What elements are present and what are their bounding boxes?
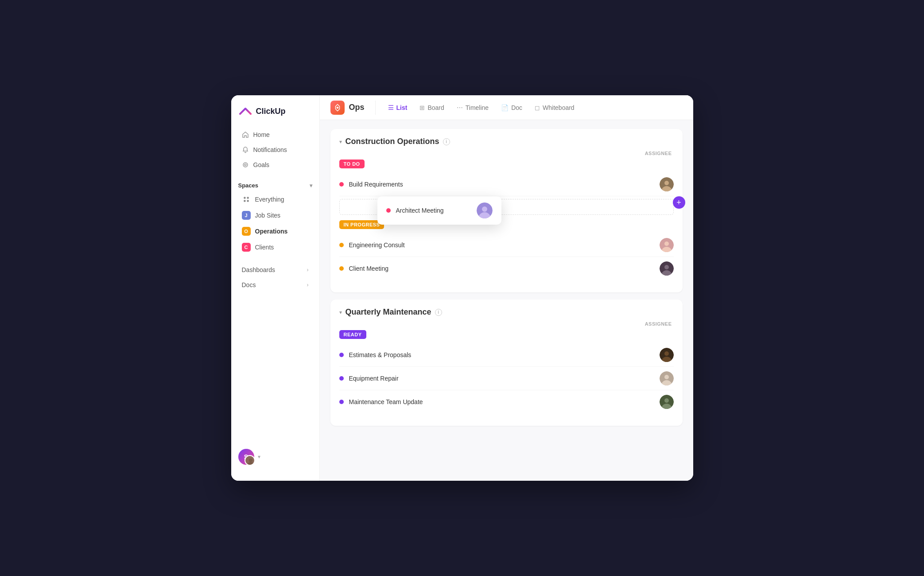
user-photo xyxy=(245,455,255,466)
assignee-avatar xyxy=(660,371,674,385)
svg-point-0 xyxy=(243,163,248,167)
svg-point-18 xyxy=(664,375,669,379)
table-row[interactable]: Client Meeting xyxy=(339,257,674,280)
main-content: Ops ☰ List ⊞ Board ⋯ Timeline 📄 Doc xyxy=(320,95,693,481)
tab-timeline[interactable]: ⋯ Timeline xyxy=(451,101,494,114)
spaces-chevron-icon[interactable]: ▾ xyxy=(310,183,312,189)
list-tab-icon: ☰ xyxy=(388,104,394,111)
sidebar-item-job-sites[interactable]: J Job Sites xyxy=(235,208,316,223)
sidebar-item-everything[interactable]: Everything xyxy=(235,192,316,207)
page-title-area: Ops xyxy=(330,101,376,115)
avatar: S xyxy=(238,449,254,465)
goals-icon xyxy=(242,161,249,168)
tab-navigation: ☰ List ⊞ Board ⋯ Timeline 📄 Doc ◻ Whi xyxy=(376,101,580,114)
everything-icon xyxy=(242,195,251,204)
tab-doc[interactable]: 📄 Doc xyxy=(496,101,528,114)
logo-area: ClickUp xyxy=(231,104,319,127)
doc-tab-icon: 📄 xyxy=(501,104,509,111)
group-chevron-icon[interactable]: ▾ xyxy=(339,309,342,315)
sidebar-docs[interactable]: Docs › xyxy=(235,278,316,292)
svg-point-3 xyxy=(247,197,249,199)
task-dot-icon xyxy=(339,243,344,247)
clickup-logo-icon xyxy=(238,104,252,118)
task-group-quarterly: ▾ Quarterly Maintenance i ASSIGNEE READY… xyxy=(330,300,683,426)
group-body-quarterly: ASSIGNEE READY Estimates & Proposals xyxy=(330,321,683,426)
table-row[interactable]: Build Requirements xyxy=(339,173,674,196)
status-badge-ready: READY xyxy=(339,330,366,339)
job-sites-badge: J xyxy=(242,211,251,220)
group-info-icon[interactable]: i xyxy=(443,138,450,145)
page-title: Ops xyxy=(349,103,365,112)
top-bar: Ops ☰ List ⊞ Board ⋯ Timeline 📄 Doc xyxy=(320,95,693,120)
user-chevron-icon[interactable]: ▾ xyxy=(258,454,260,460)
group-chevron-icon[interactable]: ▾ xyxy=(339,139,342,145)
svg-point-12 xyxy=(664,241,669,246)
status-section-ready: READY Estimates & Proposals xyxy=(339,330,674,413)
task-dot-icon xyxy=(339,400,344,404)
svg-point-6 xyxy=(249,459,252,462)
clients-badge: C xyxy=(242,243,251,252)
board-tab-icon: ⊞ xyxy=(419,104,425,111)
home-icon xyxy=(242,131,249,138)
floating-avatar xyxy=(477,202,493,218)
svg-point-14 xyxy=(664,265,669,269)
sidebar-item-clients[interactable]: C Clients xyxy=(235,240,316,255)
table-row[interactable]: Engineering Consult xyxy=(339,234,674,257)
sidebar-item-notifications[interactable]: Notifications xyxy=(235,143,316,157)
sidebar-item-operations[interactable]: O Operations xyxy=(235,224,316,239)
svg-point-2 xyxy=(244,197,246,199)
task-dot-icon xyxy=(339,376,344,381)
status-section-inprogress: IN PROGRESS Engineering Consult xyxy=(339,220,674,280)
sidebar: ClickUp Home Notifications Goals Spaces xyxy=(231,95,320,481)
bell-icon xyxy=(242,146,249,153)
svg-point-16 xyxy=(664,351,669,356)
svg-point-22 xyxy=(482,206,487,212)
timeline-tab-icon: ⋯ xyxy=(457,104,463,111)
floating-task-card: Architect Meeting xyxy=(377,196,501,225)
floating-dot-icon xyxy=(386,208,391,213)
table-row[interactable]: Maintenance Team Update xyxy=(339,390,674,413)
tab-whiteboard[interactable]: ◻ Whiteboard xyxy=(529,101,580,114)
sidebar-item-goals[interactable]: Goals xyxy=(235,158,316,172)
sidebar-dashboards[interactable]: Dashboards › xyxy=(235,263,316,277)
assignee-avatar xyxy=(660,238,674,252)
svg-point-4 xyxy=(244,200,246,202)
status-badge-todo: TO DO xyxy=(339,160,365,168)
assignee-avatar xyxy=(660,348,674,362)
svg-point-1 xyxy=(245,164,246,166)
whiteboard-tab-icon: ◻ xyxy=(535,104,540,111)
tab-list[interactable]: ☰ List xyxy=(383,101,413,114)
docs-chevron-icon: › xyxy=(307,282,309,288)
table-row[interactable]: Equipment Repair xyxy=(339,367,674,390)
content-area: ▾ Construction Operations i ASSIGNEE TO … xyxy=(320,120,693,481)
group-header-quarterly: ▾ Quarterly Maintenance i xyxy=(330,300,683,321)
svg-point-5 xyxy=(247,200,249,202)
sidebar-item-home[interactable]: Home xyxy=(235,128,316,142)
add-task-button[interactable]: + xyxy=(673,196,685,209)
table-row[interactable]: Estimates & Proposals xyxy=(339,343,674,367)
user-profile-area[interactable]: S ▾ xyxy=(231,442,319,472)
assignee-avatar xyxy=(660,261,674,276)
assignee-avatar xyxy=(660,395,674,409)
tab-board[interactable]: ⊞ Board xyxy=(414,101,449,114)
task-dot-icon xyxy=(339,182,344,187)
assignee-avatar xyxy=(660,177,674,191)
dashboards-chevron-icon: › xyxy=(307,267,309,273)
app-name: ClickUp xyxy=(256,107,286,116)
group-header-construction: ▾ Construction Operations i xyxy=(330,129,683,151)
task-dot-icon xyxy=(339,266,344,271)
ops-icon xyxy=(330,101,345,115)
operations-badge: O xyxy=(242,227,251,236)
svg-point-10 xyxy=(664,181,669,185)
svg-point-20 xyxy=(664,398,669,403)
floating-task-name: Architect Meeting xyxy=(396,207,471,214)
task-dot-icon xyxy=(339,353,344,357)
spaces-header: Spaces ▾ xyxy=(231,179,319,191)
svg-point-8 xyxy=(336,106,338,109)
group-info-icon[interactable]: i xyxy=(435,309,442,316)
